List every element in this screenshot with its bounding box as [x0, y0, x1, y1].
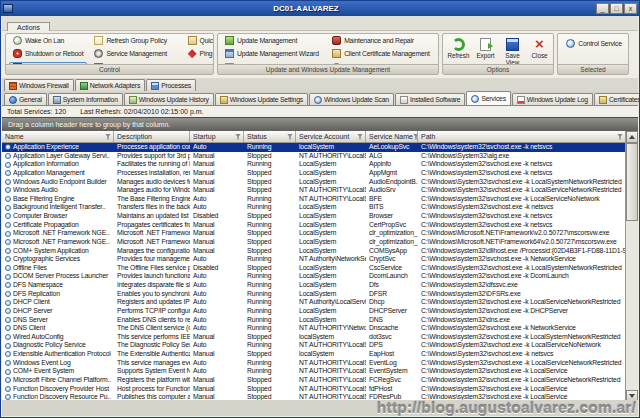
column-header[interactable]: Startup	[190, 131, 244, 142]
table-row[interactable]: Application Information Facilitates the …	[2, 160, 626, 169]
ribbon-button[interactable]: Maintenance and Repair	[328, 35, 434, 46]
filter-icon[interactable]	[357, 134, 363, 140]
table-row[interactable]: Windows Audio Manages audio for Window..…	[2, 186, 626, 195]
maximize-button[interactable]: □	[610, 3, 623, 14]
table-row[interactable]: DCOM Server Process Launcher Provides la…	[2, 272, 626, 281]
tab-icon	[9, 96, 17, 104]
table-row[interactable]: Application Management Processes install…	[2, 169, 626, 178]
cell-service-account: NT AUTHORITY\Netwo..	[296, 324, 366, 333]
table-row[interactable]: DNS Client The DNS Client service (dn.. …	[2, 324, 626, 333]
ribbon-button[interactable]: Client Certificate Management	[328, 48, 434, 59]
tab[interactable]: Windows Update Scan	[309, 93, 394, 105]
column-header[interactable]: Name	[2, 131, 114, 142]
table-row[interactable]: Extensible Authentication Protocol The E…	[2, 350, 626, 359]
table-row[interactable]: Cryptographic Services Provides four man…	[2, 255, 626, 264]
ribbon-button[interactable]: Quick Inventory	[184, 35, 214, 46]
cell-path: C:\Windows\system32\svchost.exe -k DHCPS…	[418, 307, 626, 316]
table-row[interactable]: Microsoft Fibre Channel Platform.. Regis…	[2, 376, 626, 385]
cell-name: COM+ Event System	[2, 367, 114, 376]
table-row[interactable]: Offline Files The Offline Files service …	[2, 264, 626, 273]
ribbon-button-icon	[332, 49, 341, 58]
column-header[interactable]: Status	[244, 131, 296, 142]
column-header[interactable]: Service Name	[366, 131, 418, 142]
table-row[interactable]: Base Filtering Engine The Base Filtering…	[2, 195, 626, 204]
column-header[interactable]: Service Account	[296, 131, 366, 142]
tab[interactable]: Certificates	[594, 93, 640, 105]
table-row[interactable]: DHCP Server Performs TCP/IP configurati.…	[2, 307, 626, 316]
cell-path: C:\Windows\system32\dfssvc.exe	[418, 281, 626, 290]
ribbon-big-button-icon	[535, 37, 544, 51]
cell-name: Offline Files	[2, 264, 114, 273]
cell-status: Stopped	[244, 152, 296, 161]
cell-path: C:\Windows\System32\svchost.exe -k Local…	[418, 341, 626, 350]
ribbon-button[interactable]: Update Management	[221, 35, 325, 46]
cell-path: C:\Windows\Microsoft.NET\Framework\v2.0.…	[418, 229, 626, 238]
table-row[interactable]: Application Layer Gateway Servi.. Provid…	[2, 152, 626, 161]
table-row[interactable]: Certificate Propagation Propagates certi…	[2, 221, 626, 230]
menu-bar: Actions	[2, 16, 638, 31]
tab[interactable]: Windows Firewall	[4, 79, 74, 91]
tab[interactable]: Installed Software	[395, 93, 465, 105]
tab[interactable]: Windows Update Log	[512, 93, 593, 105]
service-icon	[5, 187, 11, 193]
tab[interactable]: Network Adapters	[75, 79, 145, 91]
cell-status: Running	[244, 160, 296, 169]
tab[interactable]: Services	[466, 91, 510, 105]
table-row[interactable]: Application Experience Processes applica…	[2, 143, 626, 152]
tab[interactable]: System Information	[48, 93, 123, 105]
column-header[interactable]: Description	[114, 131, 190, 142]
table-row[interactable]: Microsoft .NET Framework NGE.. Microsoft…	[2, 229, 626, 238]
scroll-up-button[interactable]	[626, 131, 638, 143]
tab-label: Network Adapters	[90, 82, 140, 89]
tab-icon	[151, 82, 159, 90]
filter-icon[interactable]	[287, 134, 293, 140]
table-row[interactable]: COM+ System Application Manages the conf…	[2, 247, 626, 256]
table-row[interactable]: Microsoft .NET Framework NGE.. Microsoft…	[2, 238, 626, 247]
table-row[interactable]: DHCP Client Registers and updates IP a..…	[2, 298, 626, 307]
table-row[interactable]: Function Discovery Provider Host Host pr…	[2, 385, 626, 394]
ribbon-button-icon	[94, 36, 103, 45]
tab[interactable]: Windows Update Settings	[215, 93, 308, 105]
ribbon-button[interactable]: Update Management Wizard	[221, 48, 325, 59]
tab[interactable]: Processes	[146, 79, 196, 91]
ribbon-button[interactable]: Shutdown or Reboot	[9, 48, 87, 59]
table-row[interactable]: Computer Browser Maintains an updated li…	[2, 212, 626, 221]
cell-service-account: NT AUTHORITY\LocalS..	[296, 341, 366, 350]
table-row[interactable]: DNS Server Enables DNS clients to reso..…	[2, 316, 626, 325]
table-row[interactable]: DFS Replication Enables you to synchroni…	[2, 290, 626, 299]
table-row[interactable]: Wired AutoConfig This service performs I…	[2, 333, 626, 342]
column-header[interactable]: Path	[418, 131, 626, 142]
vertical-scrollbar[interactable]	[625, 131, 638, 402]
filter-icon[interactable]	[105, 134, 111, 140]
table-row[interactable]: DFS Namespace Integrates disparate file …	[2, 281, 626, 290]
group-by-bar[interactable]: Drag a column header here to group by th…	[2, 117, 638, 131]
ribbon-button-icon	[13, 49, 22, 58]
table-row[interactable]: Diagnostic Policy Service The Diagnostic…	[2, 341, 626, 350]
close-button[interactable]: x	[624, 3, 637, 14]
tab[interactable]: General	[4, 93, 47, 105]
service-icon	[5, 386, 11, 392]
ribbon-button[interactable]: Report Now	[437, 35, 439, 46]
cell-description: Microsoft .NET Framework..	[114, 229, 190, 238]
cell-service-name: FCRegSvc	[366, 376, 418, 385]
ribbon-button[interactable]: Refresh Group Policy	[90, 35, 180, 46]
table-row[interactable]: Windows Event Log This service manages e…	[2, 359, 626, 368]
cell-service-account: localSystem	[296, 333, 366, 342]
table-row[interactable]: Background Intelligent Transfer.. Transf…	[2, 203, 626, 212]
filter-icon[interactable]	[617, 134, 623, 140]
ribbon-button[interactable]: Wake On Lan	[9, 35, 87, 46]
ribbon-button[interactable]: Ping	[184, 48, 214, 59]
tab[interactable]: Windows Update History	[124, 93, 214, 105]
filter-icon[interactable]	[235, 134, 241, 140]
ribbon-group-update: Update Management Update Management Wiza…	[217, 33, 439, 75]
control-service-button[interactable]: Control Service	[562, 38, 625, 49]
ribbon-button-icon	[94, 49, 103, 58]
scrollbar-thumb[interactable]	[626, 143, 638, 221]
table-row[interactable]: COM+ Event System Supports System Event …	[2, 367, 626, 376]
service-icon	[5, 231, 11, 237]
cell-description: The DNS Client service (dn..	[114, 324, 190, 333]
table-row[interactable]: Windows Audio Endpoint Builder Manages a…	[2, 178, 626, 187]
cell-service-account: LocalSystem	[296, 212, 366, 221]
ribbon-button[interactable]: Service Management	[90, 48, 180, 59]
minimize-button[interactable]: _	[596, 3, 609, 14]
